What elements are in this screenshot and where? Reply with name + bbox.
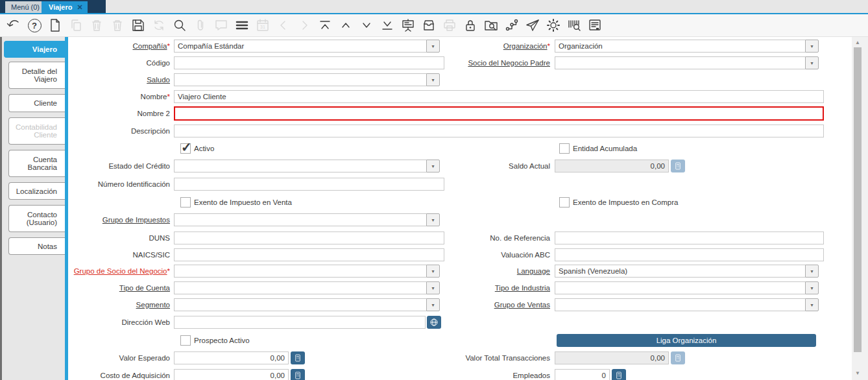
tipo-cuenta-combo[interactable]: ▾ — [174, 281, 440, 294]
tab-menu[interactable]: Menú (0) — [5, 1, 45, 13]
activo-checkbox[interactable]: ✓ — [180, 143, 191, 154]
chevron-down-icon[interactable]: ▾ — [805, 40, 819, 53]
prev-page-icon — [276, 18, 291, 33]
new-record-icon[interactable] — [47, 18, 63, 33]
record-access-icon[interactable] — [483, 18, 499, 33]
calculator-icon[interactable] — [291, 369, 305, 380]
undo-icon[interactable] — [6, 18, 21, 33]
copy-record-icon — [68, 18, 84, 33]
prospecto-activo-checkbox[interactable] — [180, 335, 191, 346]
scrollbar-thumb[interactable] — [854, 47, 862, 352]
empleados-input[interactable]: 0 — [555, 369, 610, 380]
segmento-label[interactable]: Segmento — [68, 298, 170, 311]
chevron-down-icon[interactable]: ▾ — [805, 265, 819, 278]
language-label[interactable]: Language — [415, 265, 550, 278]
nombre2-input[interactable] — [174, 106, 824, 121]
segmento-combo[interactable]: ▾ — [174, 298, 440, 311]
sidebar-tab-contabilidad-cliente: Contabilidad Cliente — [8, 117, 65, 145]
numero-identificacion-input[interactable] — [174, 178, 444, 191]
valor-total-input: 0,00 — [555, 351, 669, 364]
grupo-socio-label[interactable]: Grupo de Socio del Negocio* — [68, 265, 170, 278]
last-record-icon[interactable] — [380, 18, 395, 33]
descripcion-input[interactable] — [174, 125, 824, 137]
sidebar-tab-viajero[interactable]: Viajero — [4, 41, 65, 58]
nombre-input[interactable]: Viajero Cliente — [174, 90, 824, 103]
numero-identificacion-label: Número Identificación — [68, 178, 170, 191]
saludo-combo[interactable]: ▾ — [174, 73, 440, 86]
globe-icon[interactable] — [427, 316, 441, 329]
chevron-down-icon[interactable]: ▾ — [426, 73, 440, 86]
empleados-label: Empleados — [415, 369, 550, 380]
direccion-web-input[interactable] — [174, 316, 426, 329]
chevron-down-icon[interactable]: ▾ — [805, 56, 819, 69]
nombre-label: Nombre* — [68, 90, 170, 103]
attachment-icon — [193, 18, 208, 33]
archive-icon[interactable] — [421, 18, 437, 33]
chevron-down-icon[interactable]: ▾ — [426, 213, 440, 226]
sidebar-tab-label: Detalle del Viajero — [9, 67, 57, 83]
estado-credito-label: Estado del Crédito — [68, 160, 170, 172]
organizacion-label[interactable]: Organización* — [415, 40, 550, 53]
menu-lines-icon[interactable] — [234, 18, 250, 33]
close-icon[interactable]: ✕ — [77, 1, 83, 13]
compania-combo[interactable]: Compañía Estándar▾ — [174, 40, 440, 53]
tab-viajero[interactable]: Viajero ✕ — [42, 1, 88, 13]
scroll-up-icon[interactable]: ▲ — [853, 39, 862, 47]
help-icon[interactable]: ? — [27, 18, 42, 33]
window-tabbar — [0, 0, 868, 13]
find-icon[interactable] — [172, 18, 187, 33]
entidad-acumulada-checkbox[interactable] — [559, 143, 570, 154]
liga-organizacion-button[interactable]: Liga Organización — [557, 334, 816, 347]
grupo-socio-combo[interactable]: ▾ — [174, 265, 440, 278]
saludo-label[interactable]: Saludo — [68, 73, 170, 86]
exento-compra-checkbox[interactable] — [559, 197, 570, 208]
no-referencia-input[interactable] — [555, 232, 824, 244]
sidebar-tab-localizacion[interactable]: Localización — [8, 182, 65, 200]
exento-venta-checkbox[interactable] — [180, 197, 191, 208]
scroll-down-icon[interactable]: ▼ — [853, 370, 862, 377]
language-combo[interactable]: Spanish (Venezuela)▾ — [555, 265, 819, 278]
socio-padre-label[interactable]: Socio del Negocio Padre — [415, 56, 550, 69]
report-icon[interactable] — [587, 18, 603, 33]
grupo-impuestos-label[interactable]: Grupo de Impuestos — [68, 213, 170, 226]
naics-input[interactable] — [174, 248, 444, 261]
grupo-ventas-combo[interactable]: ▾ — [555, 298, 819, 311]
first-record-icon[interactable] — [317, 18, 333, 33]
sidebar-tab-contacto-usuario[interactable]: Contacto (Usuario) — [8, 205, 65, 232]
duns-input[interactable] — [174, 232, 444, 244]
codigo-input[interactable] — [174, 56, 444, 69]
tipo-industria-label[interactable]: Tipo de Industria — [415, 281, 550, 294]
valuacion-abc-input[interactable] — [555, 248, 824, 261]
chevron-down-icon[interactable]: ▾ — [805, 281, 819, 294]
next-record-icon[interactable] — [359, 18, 374, 33]
send-request-icon[interactable] — [525, 18, 540, 33]
tipo-cuenta-label[interactable]: Tipo de Cuenta — [68, 281, 170, 294]
lock-icon[interactable] — [463, 18, 478, 33]
grupo-impuestos-combo[interactable]: ▾ — [174, 213, 440, 226]
chevron-down-icon[interactable]: ▾ — [805, 298, 819, 311]
tipo-industria-combo[interactable]: ▾ — [555, 281, 819, 294]
socio-padre-combo[interactable]: ▾ — [555, 56, 819, 69]
sidebar-tab-cuenta-bancaria[interactable]: Cuenta Bancaria — [8, 150, 65, 177]
grupo-ventas-label[interactable]: Grupo de Ventas — [415, 298, 550, 311]
calculator-icon[interactable] — [612, 369, 626, 380]
costo-adquisicion-label: Costo de Adquisición — [68, 369, 170, 380]
previous-record-icon[interactable] — [338, 18, 354, 33]
sidebar-tab-label: Viajero — [32, 45, 57, 53]
compania-label[interactable]: Compañía* — [68, 40, 170, 53]
estado-credito-combo[interactable]: ▾ — [174, 160, 440, 172]
calculator-icon — [671, 160, 685, 172]
calculator-icon[interactable] — [291, 351, 305, 364]
barcode-scan-icon[interactable] — [566, 18, 582, 33]
workflow-icon[interactable] — [504, 18, 520, 33]
sidebar-tab-detalle-del-viajero[interactable]: Detalle del Viajero — [8, 62, 65, 89]
organizacion-combo[interactable]: Organización▾ — [555, 40, 819, 53]
preferences-gear-icon[interactable] — [546, 18, 561, 33]
valor-esperado-input[interactable]: 0,00 — [174, 351, 289, 364]
costo-adquisicion-input[interactable]: 0,00 — [174, 369, 289, 380]
sidebar-tab-cliente[interactable]: Cliente — [8, 94, 65, 112]
detail-view-icon[interactable] — [400, 18, 416, 33]
save-icon[interactable] — [130, 18, 146, 33]
sidebar-tab-notas[interactable]: Notas — [8, 237, 65, 255]
no-referencia-label: No. de Referencia — [415, 232, 550, 244]
